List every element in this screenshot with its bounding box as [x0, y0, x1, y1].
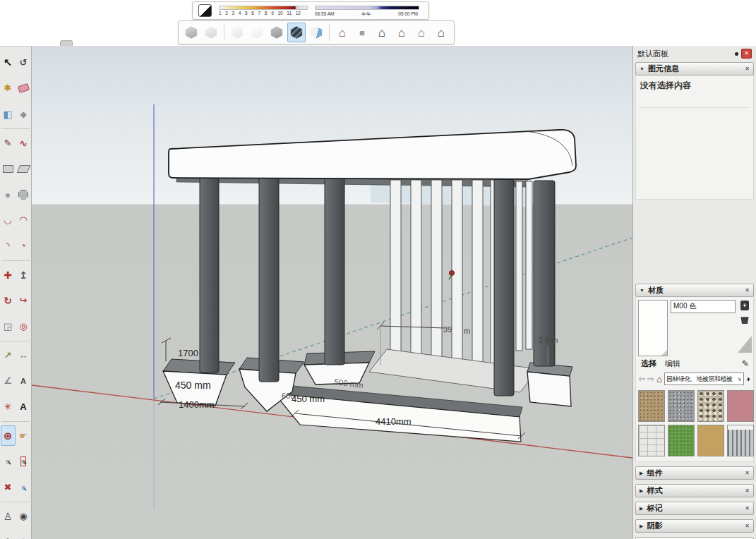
- view-top-icon[interactable]: ■: [353, 23, 371, 42]
- monochrome-icon[interactable]: [307, 23, 325, 42]
- materials-close-icon[interactable]: ✕: [745, 288, 750, 293]
- month-gradient-bar[interactable]: [219, 6, 308, 10]
- three-point-arc-tool-icon[interactable]: ◝: [1, 236, 16, 256]
- collapse-arrow-icon[interactable]: ▼: [640, 288, 644, 293]
- walk-tool-icon[interactable]: ∴: [1, 532, 16, 539]
- tab-edit[interactable]: 编辑: [665, 358, 680, 369]
- section-close-icon[interactable]: ✕: [745, 506, 750, 511]
- material-swatch-pavers[interactable]: [638, 425, 665, 456]
- paint-bucket-icon[interactable]: [740, 315, 750, 324]
- offset-tool-icon[interactable]: ◎: [16, 316, 31, 337]
- wireframe-icon[interactable]: [228, 23, 246, 42]
- axes-tool-icon[interactable]: ✳: [1, 396, 16, 417]
- material-swatch-gravel-brown[interactable]: [638, 390, 665, 422]
- hidden-line-icon[interactable]: [248, 23, 266, 42]
- view-right-icon[interactable]: ⌂: [392, 23, 411, 42]
- tape-measure-tool-icon[interactable]: ↗: [1, 345, 16, 365]
- forward-arrow-icon[interactable]: ⇨: [647, 375, 654, 383]
- expand-arrow-icon[interactable]: ▶: [640, 506, 643, 511]
- material-category-dropdown[interactable]: 园林绿化、地被层和植被 ∨: [664, 373, 744, 385]
- shadow-month-slider[interactable]: 123456789101112: [219, 6, 308, 16]
- rotated-rectangle-tool-icon[interactable]: [16, 159, 31, 179]
- text-tool-icon[interactable]: A: [16, 371, 31, 392]
- tab-select[interactable]: 选择: [641, 358, 656, 369]
- material-swatch-fence[interactable]: [727, 425, 754, 456]
- section-close-icon[interactable]: ✕: [745, 488, 750, 494]
- material-swatch-sand-tan[interactable]: [697, 425, 724, 456]
- lasso-tool-icon[interactable]: ↺: [16, 52, 31, 73]
- section-1-header[interactable]: ▶组件✕: [635, 466, 754, 480]
- position-camera-tool-icon[interactable]: ♙: [1, 506, 16, 526]
- expand-arrow-icon[interactable]: ▶: [640, 471, 643, 476]
- rotate-tool-icon[interactable]: ↻: [1, 291, 16, 311]
- two-point-arc-tool-icon[interactable]: ◠: [16, 210, 31, 231]
- details-pane-icon[interactable]: ◗: [746, 375, 751, 383]
- pie-tool-icon[interactable]: ◔: [16, 236, 31, 256]
- polygon-tool-icon[interactable]: [16, 184, 31, 205]
- home-icon[interactable]: ⌂: [656, 375, 662, 384]
- material-swatch-pebbles[interactable]: [697, 390, 724, 422]
- shaded-icon[interactable]: [268, 23, 286, 42]
- follow-me-tool-icon[interactable]: ↪: [16, 291, 31, 311]
- pan-tool-icon[interactable]: ☛: [16, 425, 31, 446]
- tray-title-bar[interactable]: 默认面板 ✕: [633, 46, 756, 61]
- freehand-tool-icon[interactable]: ∿: [16, 133, 31, 153]
- push-pull-tool-icon[interactable]: ↥: [16, 265, 31, 285]
- month-tick-3: 3: [232, 11, 235, 16]
- section-close-icon[interactable]: ✕: [745, 523, 750, 529]
- line-tool-icon[interactable]: ✎: [1, 133, 16, 153]
- entity-info-header[interactable]: ▼ 图元信息 ✕: [635, 62, 754, 75]
- shadow-time-slider[interactable]: 06:55 AM 中午 05:00 PM: [315, 6, 419, 16]
- xray-icon[interactable]: [182, 23, 200, 42]
- section-2-header[interactable]: ▶样式✕: [635, 484, 754, 497]
- tag-tool-icon[interactable]: ◆: [16, 104, 31, 124]
- time-gradient-bar[interactable]: [315, 6, 419, 10]
- 3d-text-tool-icon[interactable]: A: [16, 396, 31, 417]
- section-target-tool-icon[interactable]: ⊕: [16, 532, 31, 539]
- materials-header[interactable]: ▼ 材质 ✕: [635, 284, 754, 297]
- orbit-tool-icon[interactable]: ⊕: [1, 425, 16, 446]
- look-around-tool-icon[interactable]: ◉: [16, 506, 31, 526]
- back-arrow-icon[interactable]: ⇦: [638, 375, 645, 383]
- expand-arrow-icon[interactable]: ▶: [640, 488, 643, 494]
- section-4-header[interactable]: ▶阴影✕: [635, 519, 754, 533]
- zoom-tool-icon[interactable]: ○: [1, 452, 16, 472]
- arc-tool-icon[interactable]: ◡: [1, 210, 16, 231]
- material-swatch-rose-solid[interactable]: [727, 390, 754, 422]
- rectangle-tool-icon[interactable]: [1, 159, 16, 179]
- scale-tool-icon[interactable]: ◲: [1, 316, 16, 337]
- make-component-tool-icon[interactable]: ◧: [1, 104, 16, 124]
- section-3-header[interactable]: ▶标记✕: [635, 502, 754, 515]
- create-material-icon[interactable]: +: [740, 301, 749, 310]
- modeling-viewport[interactable]: 1700 450 mm 1400mm 600 450 mm 500 mm 441…: [32, 46, 632, 539]
- collapse-arrow-icon[interactable]: ▼: [640, 66, 644, 71]
- select-tool-icon[interactable]: ↖: [1, 52, 16, 73]
- view-iso-icon[interactable]: ⌂: [333, 23, 352, 42]
- tray-close-button[interactable]: ✕: [741, 49, 752, 59]
- circle-tool-icon[interactable]: ●: [1, 184, 16, 205]
- entity-info-close-icon[interactable]: ✕: [745, 66, 750, 72]
- view-back-icon[interactable]: ⌂: [412, 23, 431, 42]
- zoom-window-tool-icon[interactable]: ○: [16, 452, 31, 472]
- material-swatch-grass-green[interactable]: [668, 425, 695, 456]
- previous-tool-icon[interactable]: ○: [16, 477, 31, 497]
- move-tool-icon[interactable]: ✚: [1, 265, 16, 285]
- shadow-toggle-icon[interactable]: [198, 4, 212, 17]
- material-preview: [638, 300, 668, 356]
- dimension-tool-icon[interactable]: ↔: [16, 345, 31, 365]
- material-swatch-gravel-gray[interactable]: [668, 390, 695, 422]
- back-edges-icon[interactable]: [202, 23, 220, 42]
- eyedropper-icon[interactable]: ✐: [740, 360, 750, 367]
- protractor-tool-icon[interactable]: ∠: [1, 371, 16, 392]
- paint-bucket-tool-icon[interactable]: ✱: [1, 78, 16, 99]
- eraser-tool-icon[interactable]: [16, 78, 31, 99]
- material-name-field[interactable]: M00 色: [671, 300, 736, 313]
- pin-icon[interactable]: [735, 52, 738, 56]
- view-left-icon[interactable]: ⌂: [432, 23, 450, 42]
- zoom-extents-tool-icon[interactable]: ✖: [1, 477, 16, 497]
- shaded-with-textures-icon[interactable]: [287, 23, 306, 42]
- top-slab[interactable]: [169, 130, 576, 179]
- section-close-icon[interactable]: ✕: [745, 471, 750, 476]
- view-front-icon[interactable]: ⌂: [373, 23, 391, 42]
- expand-arrow-icon[interactable]: ▶: [640, 523, 643, 529]
